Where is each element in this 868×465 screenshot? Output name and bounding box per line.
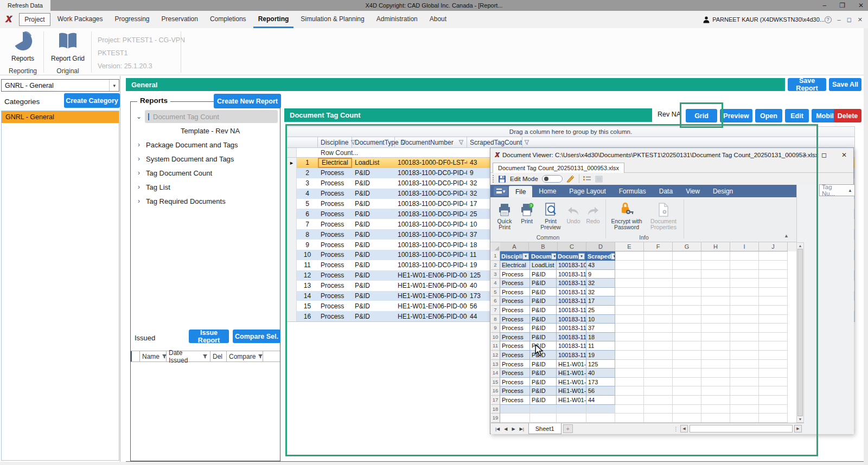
cell-documenttype[interactable]: P&ID [352, 178, 395, 189]
cell[interactable]: Process [500, 296, 530, 306]
tree-item[interactable]: Package Document and Tags [133, 138, 278, 152]
open-button[interactable]: Open [755, 109, 782, 122]
ribbon-tab[interactable]: Page Layout [563, 185, 612, 197]
print-preview-button[interactable]: Print Preview [538, 199, 563, 230]
cell[interactable]: 43 [586, 261, 615, 270]
tree-item[interactable]: Tag List [133, 180, 278, 194]
column-header-scrapedtagcount[interactable]: ScrapedTagCount [467, 137, 522, 147]
column-header[interactable]: D [586, 242, 615, 251]
preview-button[interactable]: Preview [720, 109, 752, 122]
cell[interactable]: Process [500, 279, 530, 288]
row-header[interactable]: 15 [491, 378, 500, 387]
issued-column-del[interactable]: Del [210, 351, 227, 361]
column-header[interactable]: A [500, 242, 529, 251]
cell-discipline[interactable]: Process [318, 311, 352, 321]
ribbon-tab[interactable]: Data [653, 185, 679, 197]
scroll-up-icon[interactable]: ▲ [799, 244, 802, 248]
header-cell-discipline[interactable]: Discipli ▾ [500, 251, 530, 261]
column-header[interactable]: B [529, 242, 558, 251]
cell-documenttype[interactable]: P&ID [352, 250, 395, 260]
cell-documentnumber[interactable]: HE1-W01-EN06-PID-0003-001 [395, 291, 467, 301]
cell[interactable]: P&ID [530, 306, 557, 315]
row-header[interactable]: 5 [491, 288, 500, 297]
cell[interactable]: HE1-W01- [557, 360, 586, 369]
ribbon-tab[interactable]: View [679, 185, 706, 197]
grid-button[interactable]: Grid [686, 109, 717, 122]
cell[interactable] [530, 405, 557, 414]
cell-documentnumber[interactable]: 100183-1100-DC0-PID-0004-02 [395, 240, 467, 250]
vertical-scrollbar[interactable]: ▲ ▼ [796, 242, 804, 423]
row-header[interactable]: 13 [491, 360, 500, 369]
cell[interactable] [530, 414, 557, 423]
tree-item[interactable]: Template - Rev NA [133, 124, 278, 138]
sheet-tab[interactable]: Sheet1 [528, 423, 561, 434]
cell-documenttype[interactable]: P&ID [352, 219, 395, 229]
cell[interactable]: 100183-11 [557, 315, 586, 324]
tree-caret-icon[interactable] [133, 113, 145, 120]
cell[interactable]: LoadList [530, 261, 557, 270]
tree-caret-icon[interactable] [133, 197, 145, 205]
cell[interactable] [500, 414, 530, 423]
cell[interactable]: 100183-11 [557, 341, 586, 351]
cell-documenttype[interactable]: P&ID [352, 240, 395, 250]
menu-item[interactable]: Completions [205, 11, 251, 28]
row-header[interactable]: 6 [491, 296, 500, 306]
menu-item[interactable]: Progressing [110, 11, 155, 28]
cell[interactable]: Process [500, 351, 530, 360]
cell-discipline[interactable]: Process [318, 260, 352, 270]
cell[interactable]: Electrical [500, 261, 530, 270]
ribbon-tab[interactable]: Formulas [612, 185, 653, 197]
cell[interactable]: 37 [586, 324, 615, 333]
cell[interactable]: 56 [586, 386, 615, 396]
filter-icon[interactable] [458, 140, 464, 145]
cell[interactable]: 100183-11 [557, 333, 586, 342]
cell[interactable]: P&ID [530, 386, 557, 396]
select-all-cell[interactable] [491, 242, 500, 251]
cell-documenttype[interactable]: P&ID [352, 168, 395, 178]
save-icon[interactable] [498, 175, 506, 183]
scroll-down-icon[interactable]: ▼ [799, 417, 802, 421]
tree-item[interactable]: Tag Document Count [133, 166, 278, 180]
column-header[interactable]: C [558, 242, 586, 251]
cell-documenttype[interactable]: P&ID [352, 189, 395, 199]
row-header[interactable]: 10 [491, 333, 500, 342]
cell[interactable]: 100183-11 [557, 324, 586, 333]
filter-dropdown-icon[interactable]: ▾ [551, 253, 557, 260]
cell-documentnumber[interactable]: 100183-1100-DC0-PID-0004-01 [395, 229, 467, 240]
column-header[interactable]: H [701, 242, 730, 251]
cell[interactable]: P&ID [530, 315, 557, 324]
header-cell-documentnumber[interactable]: Docum ▾ [557, 251, 586, 261]
create-category-button[interactable]: Create Category [64, 93, 120, 108]
compare-selected-button[interactable]: Compare Sel. [233, 330, 280, 343]
cell[interactable] [557, 405, 586, 414]
minimize-icon[interactable]: – [822, 2, 826, 9]
cell[interactable] [586, 414, 615, 423]
row-header[interactable]: 9 [491, 324, 500, 333]
row-header[interactable]: 18 [491, 405, 500, 414]
column-header[interactable]: E [615, 242, 644, 251]
cell[interactable]: Process [500, 315, 530, 324]
filter-dropdown-icon[interactable]: ▾ [578, 253, 585, 260]
tag-number-column-header[interactable]: Tag Nu... ▲ [819, 184, 855, 196]
cell-documenttype[interactable]: P&ID [352, 229, 395, 240]
category-dropdown[interactable]: GNRL - General ▾ [1, 79, 119, 92]
refresh-data-button[interactable]: Refresh Data [0, 0, 50, 11]
add-sheet-icon[interactable]: + [563, 424, 573, 433]
undo-button[interactable]: Undo [564, 199, 583, 224]
cell-documentnumber[interactable]: HE1-W01-EN06-PID-0005-001 [395, 311, 467, 321]
next-sheet-icon[interactable]: ▶ [512, 427, 515, 431]
document-tab[interactable]: Document Tag Count_20250131_000953.xlsx [493, 163, 624, 173]
cell-documentnumber[interactable]: 100183-1000-DF0-LST-0002 [395, 158, 467, 168]
ribbon-tab[interactable]: File [509, 186, 532, 197]
app-close-icon[interactable]: ✕ [858, 16, 863, 23]
first-sheet-icon[interactable]: |◀ [495, 427, 500, 431]
cell[interactable]: 100183-11 [557, 288, 586, 297]
cell-documenttype[interactable]: P&ID [352, 301, 395, 311]
cell-discipline[interactable]: Process [318, 209, 352, 219]
app-restore-icon[interactable]: ◻ [847, 16, 852, 23]
save-all-button[interactable]: Save All [829, 78, 861, 91]
cell-documenttype[interactable]: P&ID [352, 260, 395, 270]
cell-discipline[interactable]: Process [318, 250, 352, 260]
row-header[interactable]: 3 [491, 270, 500, 279]
cell[interactable]: 100183-11 [557, 351, 586, 360]
